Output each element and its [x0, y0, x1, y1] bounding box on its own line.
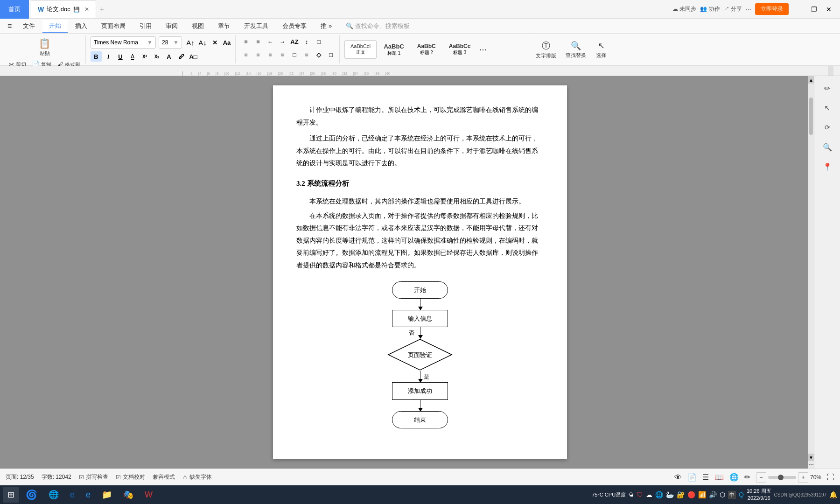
shading-button[interactable]: ◇	[313, 49, 324, 60]
tab-chapter[interactable]: 章节	[211, 20, 237, 32]
scroll-thumb[interactable]	[809, 98, 813, 135]
login-button[interactable]: 立即登录	[755, 3, 789, 15]
refresh-tool[interactable]: ⟳	[819, 119, 836, 136]
indent-button[interactable]: →	[277, 36, 288, 47]
style-h1[interactable]: AaBbC 标题 1	[378, 40, 410, 60]
tab-vip[interactable]: 会员专享	[276, 20, 313, 32]
taskbar-word-button[interactable]: W	[140, 487, 157, 503]
align-left-button[interactable]: ≡	[240, 49, 252, 60]
taskbar-ie2-button[interactable]: e	[81, 487, 95, 503]
more-styles-button[interactable]: ⋯	[477, 45, 489, 54]
select-button[interactable]: ↖ 选择	[593, 37, 609, 62]
unsync-button[interactable]: ☁ 未同步	[672, 5, 696, 13]
missing-font-status[interactable]: ⚠ 缺失字体	[182, 473, 212, 481]
scroll-down-button[interactable]: ▼	[808, 454, 814, 461]
underline-button[interactable]: U	[115, 51, 126, 62]
char-border-button[interactable]: A□	[188, 51, 199, 62]
subscript-button[interactable]: X₂	[151, 51, 162, 62]
border-shading-button[interactable]: □	[325, 49, 336, 60]
tab-push[interactable]: 推 »	[314, 20, 338, 32]
pen-tool[interactable]: ✏	[819, 80, 836, 97]
scroll-up-button[interactable]: ▲	[808, 76, 814, 84]
menu-icon[interactable]: ≡	[4, 20, 15, 32]
text-layout-button[interactable]: Ⓣ 文字排版	[533, 37, 559, 62]
add-tab-button[interactable]: +	[100, 5, 104, 14]
close-tab-icon[interactable]: ✕	[84, 6, 89, 13]
zoom-in-button[interactable]: +	[798, 472, 808, 483]
sort-button[interactable]: AZ	[289, 36, 300, 47]
font-grow-button[interactable]: A↑	[185, 37, 196, 48]
flow-node-success: 添加成功	[392, 382, 448, 399]
vertical-scrollbar[interactable]: ▲ ▼ ⋯	[808, 76, 814, 469]
close-button[interactable]: ✕	[822, 3, 835, 16]
tab-home[interactable]: 首页	[0, 0, 29, 19]
start-button[interactable]: ⊞	[3, 487, 19, 503]
tab-view[interactable]: 视图	[185, 20, 210, 32]
view-web-button[interactable]: 🌐	[729, 473, 739, 482]
more-button[interactable]: ⋯	[746, 6, 751, 13]
taskbar-ie-button[interactable]: e	[65, 487, 79, 503]
view-read-button[interactable]: 📖	[714, 473, 724, 482]
columns-button[interactable]: □	[289, 49, 300, 60]
share-button[interactable]: ↗ 分享	[724, 5, 742, 13]
unordered-list-button[interactable]: ≡	[240, 36, 252, 47]
font-format-button[interactable]: Aa	[221, 37, 232, 48]
tab-file[interactable]: 文件	[16, 20, 42, 32]
ordered-list-button[interactable]: ≡	[252, 36, 264, 47]
font-color-button[interactable]: A	[163, 51, 175, 62]
zoom-out-button[interactable]: −	[756, 472, 766, 483]
tab-search[interactable]: 🔍 查找命令、搜索模板	[339, 20, 416, 32]
font-size-selector[interactable]: 28 ▼	[159, 36, 182, 49]
location-tool[interactable]: 📍	[819, 158, 836, 175]
view-edit-button[interactable]: ✏	[744, 473, 750, 482]
tab-insert[interactable]: 插入	[69, 20, 94, 32]
tab-layout[interactable]: 页面布局	[95, 20, 132, 32]
view-page-button[interactable]: 📄	[687, 473, 697, 482]
align-center-button[interactable]: ≡	[252, 49, 264, 60]
highlight-button[interactable]: 🖊	[175, 51, 187, 62]
zoom-slider[interactable]	[768, 476, 796, 479]
tab-home[interactable]: 开始	[42, 20, 68, 33]
align-right-button[interactable]: ≡	[265, 49, 276, 60]
taskbar-mask-button[interactable]: 🎭	[119, 487, 138, 503]
style-h3[interactable]: AaBbCc 标题 3	[443, 40, 477, 59]
para-spacing-button[interactable]: ≡	[301, 49, 312, 60]
font-name-selector[interactable]: Times New Roma ▼	[91, 36, 156, 49]
strikethrough-button[interactable]: A̲	[127, 51, 138, 62]
font-shrink-button[interactable]: A↓	[197, 37, 208, 48]
cursor-tool[interactable]: ↖	[819, 99, 836, 116]
paste-button[interactable]: 📋 粘贴	[36, 36, 53, 58]
spell-check-status[interactable]: ☑ 拼写检查	[79, 473, 108, 481]
align-justify-button[interactable]: ≡	[277, 49, 288, 60]
style-normal[interactable]: AaBbCcI 正文	[344, 40, 377, 59]
taskbar-folder-button[interactable]: 📁	[97, 487, 117, 503]
minimize-button[interactable]: —	[792, 3, 805, 16]
page-value: 页面: 12/35	[6, 473, 34, 481]
outdent-button[interactable]: ←	[265, 36, 276, 47]
bold-button[interactable]: B	[91, 51, 102, 62]
superscript-button[interactable]: X²	[139, 51, 150, 62]
style-h2[interactable]: AaBbC 标题 2	[411, 40, 442, 59]
ruler-scrollbar[interactable]	[828, 66, 833, 76]
taskbar-fan-button[interactable]: 🌀	[21, 487, 42, 503]
line-spacing-button[interactable]: ↕	[301, 36, 312, 47]
maximize-button[interactable]: ❐	[807, 3, 820, 16]
tab-review[interactable]: 审阅	[159, 20, 184, 32]
zoom-thumb[interactable]	[778, 475, 784, 480]
borders-button[interactable]: □	[313, 36, 324, 47]
fullscreen-button[interactable]: ⛶	[827, 473, 834, 482]
tab-references[interactable]: 引用	[133, 20, 158, 32]
collab-button[interactable]: 👥 协作	[700, 5, 720, 13]
compat-status[interactable]: 兼容模式	[153, 473, 175, 481]
italic-button[interactable]: I	[103, 51, 114, 62]
view-outline-button[interactable]: ☰	[702, 473, 709, 482]
view-normal-button[interactable]: 👁	[674, 473, 682, 482]
taskbar-browser1-button[interactable]: 🌐	[44, 487, 63, 503]
doc-check-status[interactable]: ☑ 文档校对	[116, 473, 145, 481]
notification-icon[interactable]: 🔔	[829, 491, 837, 498]
tab-dev[interactable]: 开发工具	[238, 20, 275, 32]
search-tool[interactable]: 🔍	[819, 139, 836, 155]
clear-format-button[interactable]: ✕	[209, 37, 220, 48]
tab-doc[interactable]: W 论文.doc 💾 ✕	[31, 0, 96, 18]
find-replace-button[interactable]: 🔍 查找替换	[563, 37, 589, 62]
